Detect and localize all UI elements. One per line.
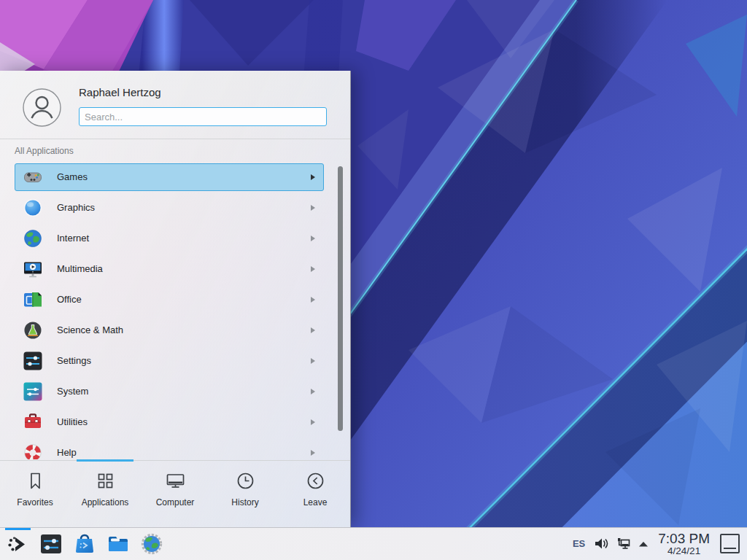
tab-label: Applications	[82, 497, 129, 508]
system-settings-icon	[39, 532, 63, 556]
volume-icon[interactable]	[594, 536, 609, 551]
clock-time: 7:03 PM	[658, 532, 710, 546]
category-label: Help	[57, 438, 77, 459]
system-icon	[23, 382, 42, 401]
expand-tray-arrow-icon[interactable]	[638, 538, 649, 550]
tab-label: Favorites	[17, 497, 53, 508]
category-row-multimedia[interactable]: Multimedia	[0, 254, 350, 284]
section-label: All Applications	[15, 146, 74, 156]
network-icon[interactable]	[616, 536, 631, 551]
submenu-arrow-icon	[311, 236, 315, 241]
submenu-arrow-icon	[311, 174, 315, 180]
submenu-arrow-icon	[311, 358, 315, 364]
category-row-science[interactable]: Science & Math	[0, 315, 350, 346]
kde-launcher-icon	[6, 532, 29, 556]
gamepad-icon	[23, 168, 42, 187]
documents-icon	[23, 290, 42, 309]
submenu-arrow-icon	[311, 205, 315, 211]
digital-clock[interactable]: 7:03 PM 4/24/21	[658, 532, 710, 556]
category-row-games[interactable]: Games	[0, 162, 350, 192]
category-label: Settings	[57, 346, 91, 376]
sliders-icon	[23, 351, 42, 370]
launcher-tabbar: Favorites Applications Computer	[0, 460, 350, 527]
submenu-arrow-icon	[311, 266, 315, 272]
system-tray: ES 7:03 PM 4/24/21	[573, 532, 747, 556]
category-label: Graphics	[57, 192, 95, 223]
keyboard-layout-indicator[interactable]: ES	[573, 538, 585, 549]
tab-label: Computer	[156, 497, 195, 508]
tab-label: Leave	[303, 497, 328, 508]
tab-leave[interactable]: Leave	[280, 461, 350, 527]
category-row-settings[interactable]: Settings	[0, 346, 350, 376]
user-avatar-icon	[23, 88, 61, 127]
sphere-icon	[23, 198, 42, 217]
submenu-arrow-icon	[311, 389, 315, 394]
bookmark-icon	[26, 471, 45, 491]
category-label: System	[57, 376, 88, 407]
show-desktop-button[interactable]	[720, 534, 740, 553]
category-label: Science & Math	[57, 315, 123, 346]
app-launcher-button[interactable]	[6, 532, 29, 556]
tab-favorites[interactable]: Favorites	[0, 461, 70, 527]
system-settings-button[interactable]	[39, 532, 63, 556]
submenu-arrow-icon	[311, 297, 315, 303]
category-row-system[interactable]: System	[0, 376, 350, 407]
application-launcher-menu: Raphael Hertzog All Applications Games	[0, 71, 351, 527]
category-label: Multimedia	[57, 254, 103, 284]
submenu-arrow-icon	[311, 327, 315, 333]
file-manager-button[interactable]	[107, 532, 130, 556]
category-row-help[interactable]: Help	[0, 438, 350, 459]
submenu-arrow-icon	[311, 450, 315, 456]
category-label: Internet	[57, 223, 89, 254]
discover-bag-icon	[73, 532, 96, 556]
task-manager	[0, 532, 163, 556]
taskbar-panel: ES 7:03 PM 4/24/21	[0, 527, 747, 560]
active-task-indicator	[5, 528, 31, 530]
globe-icon	[23, 229, 42, 248]
list-scrollbar[interactable]	[338, 166, 343, 431]
category-list: Games Graphics	[0, 162, 350, 459]
launcher-header: Raphael Hertzog	[0, 71, 350, 139]
category-row-utilities[interactable]: Utilities	[0, 407, 350, 438]
leave-icon	[306, 471, 325, 491]
browser-globe-icon	[140, 532, 163, 556]
flask-icon	[23, 321, 42, 340]
category-row-office[interactable]: Office	[0, 284, 350, 315]
search-input[interactable]	[79, 107, 327, 126]
folder-icon	[107, 532, 130, 556]
discover-button[interactable]	[73, 532, 96, 556]
app-grid-icon	[96, 471, 115, 491]
submenu-arrow-icon	[311, 419, 315, 425]
kde-desktop: { "launcher": { "user_name": "Raphael He…	[0, 0, 747, 560]
multimedia-icon	[23, 260, 42, 279]
clock-date: 4/24/21	[658, 546, 710, 556]
tab-history[interactable]: History	[210, 461, 280, 527]
computer-icon	[166, 471, 185, 491]
toolbox-icon	[23, 413, 42, 432]
active-tab-indicator	[77, 459, 134, 462]
user-name: Raphael Hertzog	[79, 86, 161, 98]
header-divider	[0, 139, 350, 139]
lifebuoy-icon	[23, 443, 42, 459]
tab-label: History	[231, 497, 258, 508]
category-label: Office	[57, 284, 82, 315]
web-browser-button[interactable]	[140, 532, 163, 556]
history-icon	[236, 471, 255, 491]
category-label: Utilities	[57, 407, 88, 438]
category-row-internet[interactable]: Internet	[0, 223, 350, 254]
tab-computer[interactable]: Computer	[140, 461, 210, 527]
tab-applications[interactable]: Applications	[70, 461, 140, 527]
category-row-graphics[interactable]: Graphics	[0, 192, 350, 223]
category-label: Games	[57, 162, 88, 192]
